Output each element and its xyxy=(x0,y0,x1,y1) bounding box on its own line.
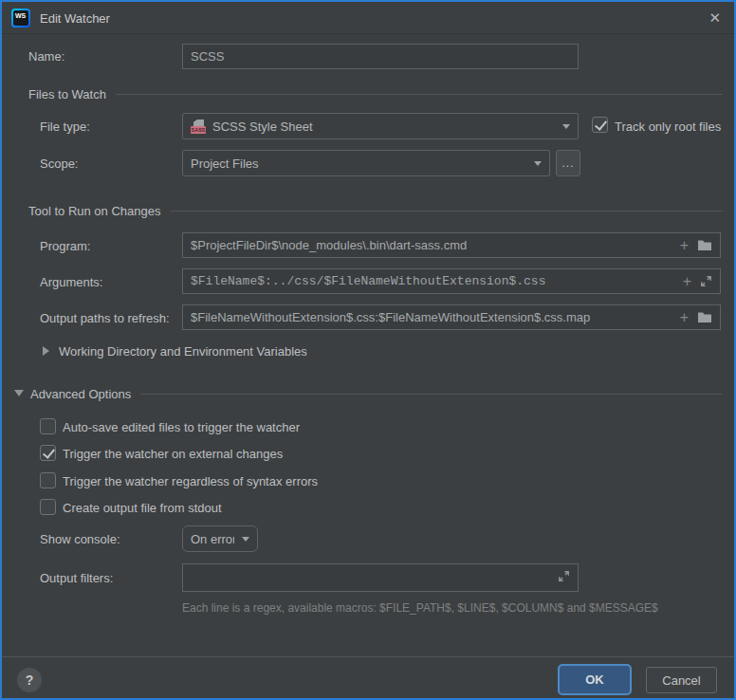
ok-button[interactable]: OK xyxy=(558,664,632,695)
autosave-checkbox[interactable] xyxy=(40,418,56,434)
show-console-label: Show console: xyxy=(40,532,120,546)
section-divider xyxy=(170,211,723,212)
scss-file-icon: SASS xyxy=(191,119,206,134)
output-filters-hint: Each line is a regex, available macros: … xyxy=(182,601,658,615)
stdout-checkbox[interactable] xyxy=(40,499,56,515)
files-to-watch-section: Files to Watch xyxy=(28,87,723,101)
help-button[interactable]: ? xyxy=(17,668,42,692)
stdout-label: Create output file from stdout xyxy=(63,501,222,515)
collapse-arrow-icon[interactable] xyxy=(43,346,49,356)
name-value: SCSS xyxy=(191,49,570,64)
name-label: Name: xyxy=(28,49,64,64)
chevron-down-icon xyxy=(534,161,542,166)
track-root-label: Track only root files xyxy=(615,120,721,134)
section-divider xyxy=(116,94,723,95)
webstorm-logo-text: WS xyxy=(13,10,28,26)
arguments-value: $FileName$:../css/$FileNameWithoutExtens… xyxy=(191,274,675,288)
syntax-errors-label: Trigger the watcher regardless of syntax… xyxy=(63,474,318,488)
program-input[interactable]: $ProjectFileDir$\node_modules\.bin\dart-… xyxy=(182,232,721,258)
chevron-down-icon xyxy=(242,537,249,542)
track-root-checkbox[interactable] xyxy=(592,117,608,133)
scope-browse-button[interactable]: ... xyxy=(556,150,580,176)
edit-watcher-dialog: WS Edit Watcher ✕ Name: SCSS Files to Wa… xyxy=(0,0,736,700)
output-paths-input[interactable]: $FileNameWithoutExtension$.css:$FileName… xyxy=(182,304,721,330)
folder-browse-icon[interactable] xyxy=(697,311,712,323)
syntax-errors-checkbox[interactable] xyxy=(40,472,56,488)
external-changes-checkbox[interactable] xyxy=(40,445,56,461)
show-console-select[interactable]: On error xyxy=(182,525,258,552)
output-paths-value: $FileNameWithoutExtension$.css:$FileName… xyxy=(191,310,672,324)
tool-section-title: Tool to Run on Changes xyxy=(28,204,160,218)
insert-macro-icon[interactable]: + xyxy=(680,238,689,253)
arguments-input[interactable]: $FileName$:../css/$FileNameWithoutExtens… xyxy=(182,268,721,294)
dialog-title: Edit Watcher xyxy=(40,11,110,26)
insert-macro-icon[interactable]: + xyxy=(680,310,689,325)
output-filters-input[interactable] xyxy=(182,563,579,592)
tool-section: Tool to Run on Changes xyxy=(28,204,723,218)
advanced-options-section: Advanced Options xyxy=(30,387,723,401)
folder-browse-icon[interactable] xyxy=(697,239,712,251)
file-type-label: File type: xyxy=(40,120,90,134)
expand-arrow-icon[interactable] xyxy=(14,390,24,396)
autosave-label: Auto-save edited files to trigger the wa… xyxy=(63,420,300,434)
webstorm-logo-icon: WS xyxy=(11,9,30,28)
name-input[interactable]: SCSS xyxy=(182,44,579,69)
footer-divider xyxy=(2,656,734,657)
scope-label: Scope: xyxy=(40,157,78,171)
expand-icon[interactable] xyxy=(700,275,712,287)
working-dir-toggle[interactable]: Working Directory and Environment Variab… xyxy=(59,344,307,359)
file-type-value: SCSS Style Sheet xyxy=(212,120,555,134)
chevron-down-icon xyxy=(562,124,570,129)
cancel-button[interactable]: Cancel xyxy=(646,667,717,693)
section-divider xyxy=(140,394,723,395)
program-value: $ProjectFileDir$\node_modules\.bin\dart-… xyxy=(191,238,672,252)
output-filters-label: Output filters: xyxy=(40,571,113,585)
close-icon[interactable]: ✕ xyxy=(708,9,721,27)
show-console-value: On error xyxy=(191,532,234,546)
sass-badge: SASS xyxy=(191,126,206,134)
scope-select[interactable]: Project Files xyxy=(182,150,550,176)
title-bar: WS Edit Watcher ✕ xyxy=(2,2,734,34)
output-paths-label: Output paths to refresh: xyxy=(40,311,170,325)
file-type-select[interactable]: SASS SCSS Style Sheet xyxy=(182,113,579,139)
external-changes-label: Trigger the watcher on external changes xyxy=(63,447,283,461)
insert-macro-icon[interactable]: + xyxy=(683,274,691,289)
files-to-watch-title: Files to Watch xyxy=(28,87,106,101)
scope-value: Project Files xyxy=(191,157,526,171)
expand-icon[interactable] xyxy=(558,570,570,582)
program-label: Program: xyxy=(40,239,90,253)
arguments-label: Arguments: xyxy=(40,275,102,289)
advanced-options-title[interactable]: Advanced Options xyxy=(30,387,131,401)
